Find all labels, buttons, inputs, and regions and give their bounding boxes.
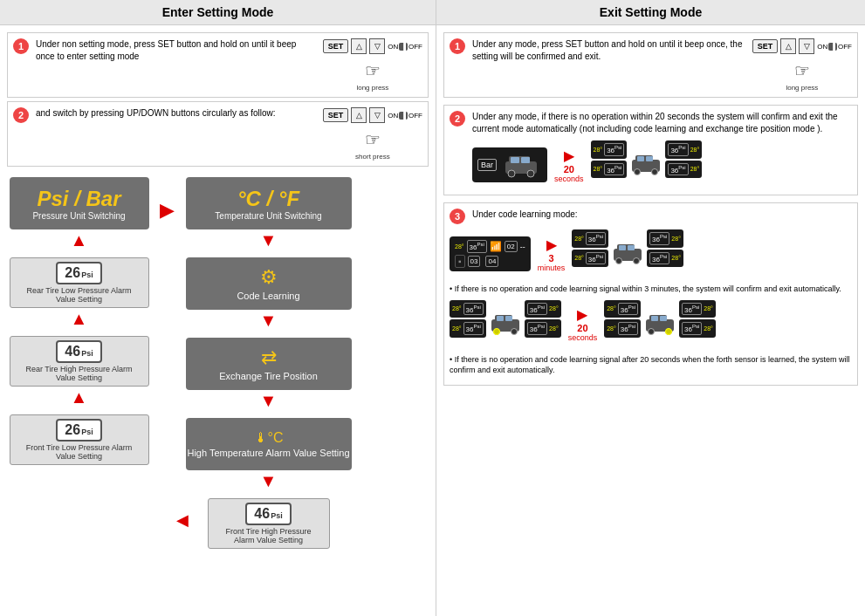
- code-psi-fl: 36Psi: [467, 240, 487, 253]
- exit-step-1-buttons: SET △ ▽ ON ▐ OFF ☞ long press: [752, 38, 852, 92]
- temp-rl: 28°: [594, 166, 603, 172]
- tire-display-fr: 36Psi 28°: [665, 140, 702, 159]
- code-left-col1-2: 28° 36Psi 28° 36Psi: [450, 300, 486, 349]
- front-low-label: Front Tire Low Pressure Alarm Value Sett…: [17, 443, 141, 461]
- code-tire-rl-2: 28° 36Psi: [450, 319, 486, 338]
- code-tire-fl-2r: 28° 36Psi: [604, 300, 641, 318]
- temp-fl: 28°: [594, 147, 603, 153]
- code-psi-rl-2a: 36Psi: [463, 322, 484, 335]
- left-header: Enter Setting Mode: [0, 0, 436, 25]
- code-left-display-2: 28° 36Psi 28° 36Psi: [450, 300, 561, 349]
- bullet-2-text: • If there is no operation and code lear…: [450, 354, 852, 376]
- timer-arrow: ▶ 20 seconds: [554, 147, 584, 183]
- exit-step-2-text: Under any mode, if there is no operation…: [472, 111, 852, 135]
- tpms-right-display: 28° 36Psi 28° 36Psi: [591, 140, 703, 189]
- code-temp-fl-2a: 28°: [452, 305, 462, 311]
- front-high-wrapper: 46 Psi Front Tire High Pressure Alarm Va…: [183, 491, 354, 549]
- exit-step-num-3: 3: [450, 209, 465, 224]
- temp-rr: 28°: [690, 166, 700, 172]
- switch-indicator-2: ▐: [399, 112, 408, 120]
- code-03: 03: [468, 256, 481, 267]
- center-arrow-right: ▶: [160, 199, 175, 222]
- enter-steps: 1 Under non setting mode, press SET butt…: [0, 25, 436, 174]
- svg-rect-22: [497, 316, 504, 321]
- exit-press-label: long press: [786, 84, 818, 92]
- exit-off: OFF: [838, 43, 852, 51]
- code-learn-top: 28° 36Psi 📶 02 --: [455, 240, 525, 253]
- psi-fl: 36Psi: [604, 143, 624, 156]
- bullet-2-dot: •: [450, 355, 452, 364]
- code-left-col2-2: 36Psi 28° 36Psi 28°: [525, 300, 561, 349]
- arrow-down-2: ▼: [260, 311, 278, 329]
- temp-box: °C / °F Temperature Unit Switching: [186, 177, 352, 229]
- svg-rect-17: [628, 245, 635, 250]
- arrow-up-3: ▲: [71, 388, 88, 406]
- high-temp-box: 🌡°C High Temperature Alarm Value Setting: [186, 418, 352, 470]
- exit-step-3-text: Under code learning mode:: [472, 209, 852, 221]
- rear-high-display: 46 Psi: [56, 340, 101, 363]
- svg-rect-23: [505, 316, 512, 321]
- temp-sub: Temperature Unit Switching: [215, 211, 321, 221]
- code-tire-fr-2: 36Psi 28°: [525, 300, 561, 318]
- code-temp-rl-2r: 28°: [607, 325, 616, 332]
- code-tire-rr-2r: 36Psi 28°: [679, 319, 716, 338]
- code-right-col2: 36Psi 28° 36Psi 28°: [647, 229, 683, 278]
- arrow-down-1: ▼: [260, 231, 278, 249]
- rear-high-box: 46 Psi Rear Tire High Pressure Alarm Val…: [10, 336, 149, 387]
- svg-rect-11: [646, 156, 653, 161]
- code-learning-box: ⚙ Code Learning: [186, 257, 352, 310]
- rear-low-box: 26 Psi Rear Tire Low Pressure Alarm Valu…: [10, 257, 149, 308]
- seconds-count: 20: [564, 164, 574, 175]
- code-psi-rr2: 36Psi: [649, 252, 669, 265]
- bullet-1-dot: •: [450, 284, 452, 293]
- svg-rect-10: [637, 156, 644, 161]
- switch-indicator: ▐: [399, 43, 408, 51]
- enter-step-2: 2 and switch by pressing UP/DOWN buttons…: [7, 101, 429, 167]
- step3-header: 3 Under code learning mode:: [450, 209, 852, 224]
- arrow-up-2: ▲: [71, 310, 88, 327]
- tire-display-fl: 28° 36Psi: [591, 140, 628, 159]
- arrow-down-4: ▼: [260, 472, 278, 489]
- exit-hand-icon: ☞: [794, 60, 810, 81]
- code-psi-fl-2a: 36Psi: [463, 303, 484, 316]
- btn-row-1: SET △ ▽ ON ▐ OFF: [323, 38, 422, 54]
- exit-switch: ▐: [828, 43, 837, 51]
- svg-rect-4: [511, 157, 519, 163]
- code-right-col1-2: 28° 36Psi 28° 36Psi: [604, 300, 641, 349]
- tire-display-rl: 28° 36Psi: [591, 161, 628, 179]
- front-high-display: 46 Psi: [245, 503, 291, 525]
- high-temp-label: High Temperature Alarm Value Setting: [187, 448, 349, 458]
- code-psi-fr-2a: 36Psi: [527, 303, 547, 316]
- btn-row-2: SET △ ▽ ON ▐ OFF: [323, 107, 422, 123]
- code-temp-fl: 28°: [455, 243, 464, 250]
- rear-high-val: 46: [65, 344, 80, 359]
- code-tire-fl-2: 28° 36Psi: [450, 300, 486, 318]
- code-timer-arrow: ▶ 3 minutes: [538, 236, 566, 272]
- on-off-display-2: ON ▐ OFF: [388, 112, 422, 120]
- tpms-left-display: Bar: [472, 147, 547, 182]
- exit-on-off: ON ▐ OFF: [817, 43, 852, 51]
- down-button-display-2: ▽: [369, 107, 385, 123]
- code-learning-icon: ⚙: [260, 266, 278, 289]
- rear-high-unit: Psi: [81, 349, 93, 358]
- rear-low-unit: Psi: [81, 270, 93, 279]
- front-low-val: 26: [65, 422, 80, 438]
- svg-point-14: [616, 258, 622, 264]
- code-temp-fr2: 28°: [671, 236, 681, 242]
- arrow-right-tpms: ▶: [564, 147, 574, 164]
- signal-icon: 📶: [490, 241, 502, 252]
- code-learning-label: Code Learning: [237, 291, 299, 301]
- car-icon-code-2b: [642, 300, 677, 349]
- exit-step-3: 3 Under code learning mode: 28° 36Psi 📶 …: [443, 202, 858, 386]
- front-low-box: 26 Psi Front Tire Low Pressure Alarm Val…: [10, 414, 149, 465]
- psi-bar-box: Psi / Bar Pressure Unit Switching: [10, 177, 149, 229]
- rear-low-val: 26: [65, 265, 80, 281]
- code-learn-row-2: 28° 36Psi 28° 36Psi: [450, 300, 852, 349]
- on-off-display: ON ▐ OFF: [388, 43, 422, 51]
- exchange-tire-label: Exchange Tire Position: [219, 371, 318, 381]
- code-learn-left: 28° 36Psi 📶 02 -- ▪ 03 04: [450, 236, 531, 271]
- enter-step-1: 1 Under non setting mode, press SET butt…: [7, 32, 429, 98]
- code-right-display-2: 28° 36Psi 28° 36Psi: [604, 300, 716, 349]
- code-psi-rl2: 36Psi: [586, 252, 606, 265]
- code-temp-fr-2r: 28°: [704, 305, 713, 311]
